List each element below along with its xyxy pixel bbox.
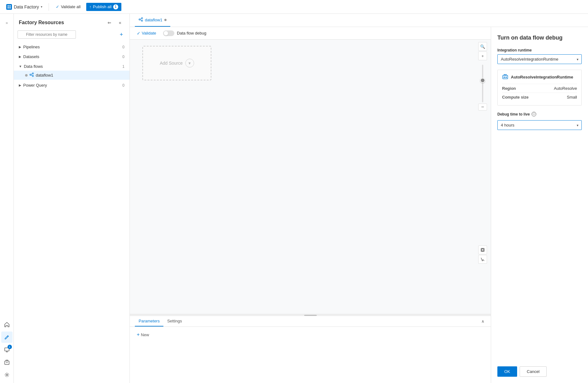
tree-section-pipelines-header[interactable]: ▶ Pipelines 0 (14, 43, 130, 51)
sidebar: Factory Resources ⇐ « 🔍 + ▶ Pipelines 0 (14, 14, 130, 383)
validate-button[interactable]: ✓ Validate (135, 30, 158, 37)
runtime-region-row: Region AutoResolve (502, 84, 577, 93)
svg-point-24 (504, 77, 505, 78)
canvas[interactable]: Add Source ▾ 🔍 + − (130, 40, 491, 314)
icon-bar-expand[interactable]: » (1, 16, 13, 28)
svg-point-17 (141, 18, 143, 19)
search-wrapper: 🔍 (18, 30, 115, 39)
svg-rect-3 (9, 7, 11, 8)
canvas-controls: 🔍 + (478, 42, 487, 60)
dataflows-arrow-icon: ▼ (19, 65, 22, 68)
canvas-zoom-add-btn[interactable]: + (478, 51, 487, 60)
runtime-select[interactable]: AutoResolveIntegrationRuntime (497, 54, 582, 64)
brand-icon (6, 4, 12, 10)
sidebar-add-button[interactable]: + (117, 30, 126, 39)
dataflow1-flow-icon (29, 73, 34, 78)
svg-point-25 (506, 77, 507, 78)
tree-section-datasets: ▶ Datasets 0 (14, 52, 130, 62)
icon-bar-edit[interactable] (1, 332, 13, 343)
compute-key: Compute size (502, 95, 529, 100)
add-source-box[interactable]: Add Source ▾ (142, 46, 211, 80)
svg-point-16 (139, 19, 140, 20)
canvas-container: Add Source ▾ 🔍 + − (130, 40, 491, 314)
right-panel: Turn on data flow debug Integration runt… (491, 27, 588, 383)
tab-dataflow-icon (139, 17, 143, 23)
tab-dataflow1[interactable]: dataflow1 (135, 14, 170, 27)
validate-check-icon: ✓ (137, 31, 140, 36)
runtime-card-icon (502, 74, 508, 80)
icon-bar: » 1 (0, 14, 14, 383)
new-btn-label: New (141, 332, 149, 337)
validate-all-button[interactable]: ✓ Validate all (53, 3, 84, 11)
editor-area: ✓ Validate Data flow debug (130, 27, 588, 383)
tab-settings[interactable]: Settings (163, 316, 186, 326)
runtime-compute-row: Compute size Small (502, 93, 577, 101)
brand-button[interactable]: Data Factory ▾ (4, 3, 45, 11)
icon-bar-home[interactable] (1, 319, 13, 330)
panel-collapse-btn[interactable]: ∧ (480, 318, 486, 325)
validate-all-label: Validate all (61, 4, 81, 9)
debug-label: Data flow debug (177, 31, 206, 35)
sidebar-tree: ▶ Pipelines 0 ▶ Datasets 0 (14, 42, 130, 383)
dataflow1-item[interactable]: dataflow1 (14, 71, 130, 80)
svg-line-20 (140, 20, 141, 21)
sidebar-title: Factory Resources (19, 20, 64, 25)
brand-label: Data Factory (14, 4, 39, 9)
add-source-label: Add Source (160, 61, 183, 66)
pipelines-count: 0 (122, 45, 124, 49)
svg-line-14 (31, 74, 32, 75)
tree-section-pipelines: ▶ Pipelines 0 (14, 42, 130, 52)
canvas-search-btn[interactable]: 🔍 (478, 42, 487, 51)
top-bar-divider (49, 3, 49, 11)
ttl-select-wrapper: 4 hours ▾ (497, 120, 582, 130)
svg-rect-0 (8, 5, 9, 7)
debug-toggle[interactable] (163, 30, 174, 36)
pipelines-arrow-icon: ▶ (19, 45, 21, 49)
cancel-button[interactable]: Cancel (520, 366, 547, 377)
top-bar: Data Factory ▾ ✓ Validate all ↑ Publish … (0, 0, 588, 14)
tab-parameters[interactable]: Parameters (135, 316, 163, 326)
ttl-info-icon[interactable]: ⓘ (532, 112, 536, 116)
toggle-knob (164, 31, 168, 35)
canvas-zoom-minus-btn[interactable]: − (478, 104, 487, 111)
new-parameter-button[interactable]: + New (135, 331, 151, 339)
canvas-extra-controls (478, 245, 487, 264)
svg-point-13 (32, 75, 34, 77)
tree-section-powerquery: ▶ Power Query 0 (14, 80, 130, 90)
right-panel-title: Turn on data flow debug (497, 35, 582, 41)
powerquery-arrow-icon: ▶ (19, 84, 21, 87)
svg-point-12 (32, 73, 34, 74)
canvas-cursor-btn[interactable] (478, 255, 487, 264)
publish-icon: ↑ (89, 4, 92, 9)
icon-bar-monitor[interactable]: 1 (1, 344, 13, 355)
canvas-fit-btn[interactable] (478, 245, 487, 254)
ok-button[interactable]: OK (497, 366, 517, 377)
canvas-zoom-slider[interactable] (482, 65, 483, 102)
add-source-arrow-icon: ▾ (185, 59, 194, 67)
datasets-label: Datasets (23, 54, 39, 59)
sidebar-collapse-btn[interactable]: ⇐ (105, 18, 114, 27)
icon-bar-settings[interactable] (1, 369, 13, 380)
dataflows-count: 1 (122, 64, 124, 69)
svg-line-19 (140, 19, 141, 19)
ttl-select[interactable]: 4 hours (497, 120, 582, 130)
icon-bar-package[interactable] (1, 357, 13, 368)
main-layout: » 1 (0, 14, 588, 383)
compute-value: Small (567, 95, 577, 100)
ttl-field-label: Debug time to live (497, 112, 530, 116)
tree-section-datasets-header[interactable]: ▶ Datasets 0 (14, 52, 130, 61)
sidebar-minimize-btn[interactable]: « (116, 18, 124, 27)
runtime-card-title: AutoResolveIntegrationRuntime (511, 75, 573, 79)
tree-section-powerquery-header[interactable]: ▶ Power Query 0 (14, 81, 130, 89)
search-input[interactable] (18, 30, 76, 39)
region-value: AutoResolve (554, 86, 577, 91)
bottom-tabs: Parameters Settings ∧ (130, 316, 491, 327)
powerquery-label: Power Query (23, 83, 47, 88)
svg-rect-1 (9, 5, 11, 7)
runtime-info-table: Region AutoResolve Compute size Small (502, 84, 577, 101)
validate-icon: ✓ (56, 4, 59, 9)
publish-all-button[interactable]: ↑ Publish all 1 (86, 3, 121, 11)
ttl-label-row: Debug time to live ⓘ (497, 112, 582, 116)
tree-section-dataflows-header[interactable]: ▼ Data flows 1 (14, 62, 130, 71)
datasets-count: 0 (122, 55, 124, 59)
